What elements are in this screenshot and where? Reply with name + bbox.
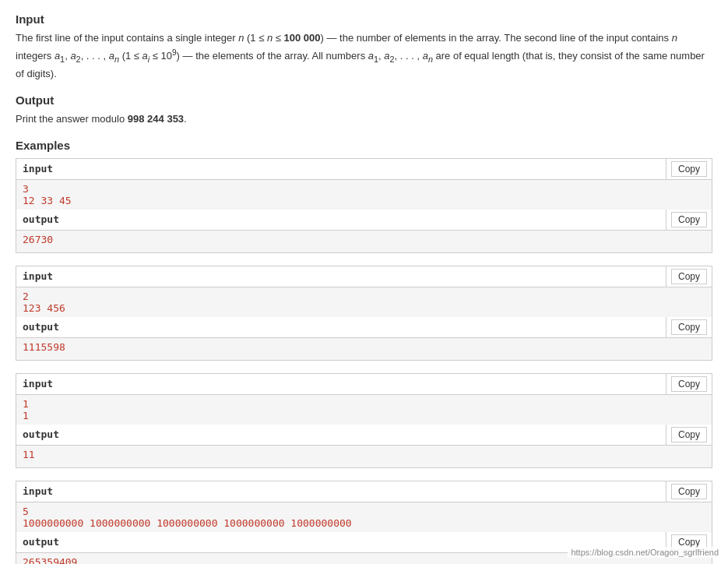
- example-1-input-copy-container: Copy: [666, 159, 712, 179]
- example-4-input-copy-container: Copy: [666, 481, 712, 502]
- example-3-output-copy-button[interactable]: Copy: [671, 427, 707, 442]
- input-title: Input: [16, 12, 712, 26]
- output-section: Output Print the answer modulo 998 244 3…: [16, 93, 712, 128]
- example-2-output-copy-button[interactable]: Copy: [671, 319, 707, 335]
- example-2-input-header: input Copy: [16, 266, 712, 287]
- example-3-input-header: input Copy: [16, 374, 712, 395]
- example-block-3: input Copy 1 1 output Copy 11: [16, 373, 712, 468]
- example-2-output-copy-container: Copy: [666, 317, 712, 337]
- example-3-input-copy-button[interactable]: Copy: [671, 376, 707, 392]
- example-3-input-line-1: 1: [23, 398, 705, 410]
- var-n: n: [238, 32, 244, 44]
- watermark: https://blog.csdn.net/Oragon_sgrlfriend: [568, 547, 722, 558]
- example-3-output-line-1: 11: [23, 449, 705, 460]
- example-2-input-line-2: 123 456: [23, 302, 705, 314]
- example-1-input-header: input Copy: [16, 159, 712, 180]
- example-2-input-copy-container: Copy: [666, 266, 712, 287]
- example-1-output-label: output: [16, 210, 666, 228]
- example-2-output-header: output Copy: [16, 317, 712, 338]
- example-3-output-header: output Copy: [16, 425, 712, 446]
- example-3-output-copy-container: Copy: [666, 425, 712, 445]
- examples-section: Examples input Copy 3 12 33 45 output Co…: [16, 139, 712, 564]
- example-3-input-data: 1 1: [16, 395, 712, 425]
- output-description: Print the answer modulo 998 244 353.: [16, 111, 712, 128]
- input-section: Input The first line of the input contai…: [16, 12, 712, 83]
- example-4-input-data: 5 1000000000 1000000000 1000000000 10000…: [16, 502, 712, 532]
- example-3-output-label: output: [16, 425, 666, 443]
- example-4-input-header: input Copy: [16, 481, 712, 502]
- example-3-input-label: input: [16, 375, 666, 393]
- output-title: Output: [16, 93, 712, 107]
- example-1-output-line-1: 26730: [23, 234, 705, 245]
- example-1-input-line-1: 3: [23, 183, 705, 195]
- example-3-output-data: 11: [16, 446, 712, 467]
- example-4-input-label: input: [16, 482, 666, 500]
- example-block-1: input Copy 3 12 33 45 output Copy 26730: [16, 158, 712, 253]
- example-1-input-line-2: 12 33 45: [23, 195, 705, 206]
- example-2-output-label: output: [16, 318, 666, 336]
- example-2-input-data: 2 123 456: [16, 287, 712, 317]
- example-2-output-data: 1115598: [16, 338, 712, 360]
- example-2-output-line-1: 1115598: [23, 341, 705, 353]
- example-1-input-label: input: [16, 160, 666, 178]
- example-1-input-data: 3 12 33 45: [16, 180, 712, 210]
- example-1-output-copy-button[interactable]: Copy: [671, 212, 707, 227]
- example-4-input-copy-button[interactable]: Copy: [671, 484, 707, 499]
- example-block-2: input Copy 2 123 456 output Copy 1115598: [16, 266, 712, 361]
- example-1-input-copy-button[interactable]: Copy: [671, 161, 707, 177]
- example-2-input-line-1: 2: [23, 291, 705, 302]
- example-1-output-header: output Copy: [16, 210, 712, 231]
- example-2-input-label: input: [16, 267, 666, 285]
- example-2-input-copy-button[interactable]: Copy: [671, 269, 707, 284]
- example-4-input-line-2: 1000000000 1000000000 1000000000 1000000…: [23, 517, 705, 529]
- example-3-input-line-2: 1: [23, 410, 705, 421]
- example-1-output-copy-container: Copy: [666, 210, 712, 230]
- input-description: The first line of the input contains a s…: [16, 30, 712, 83]
- example-3-input-copy-container: Copy: [666, 374, 712, 394]
- modulo-value: 998 244 353: [128, 113, 184, 125]
- example-4-input-line-1: 5: [23, 506, 705, 517]
- examples-title: Examples: [16, 139, 712, 152]
- example-1-output-data: 26730: [16, 231, 712, 252]
